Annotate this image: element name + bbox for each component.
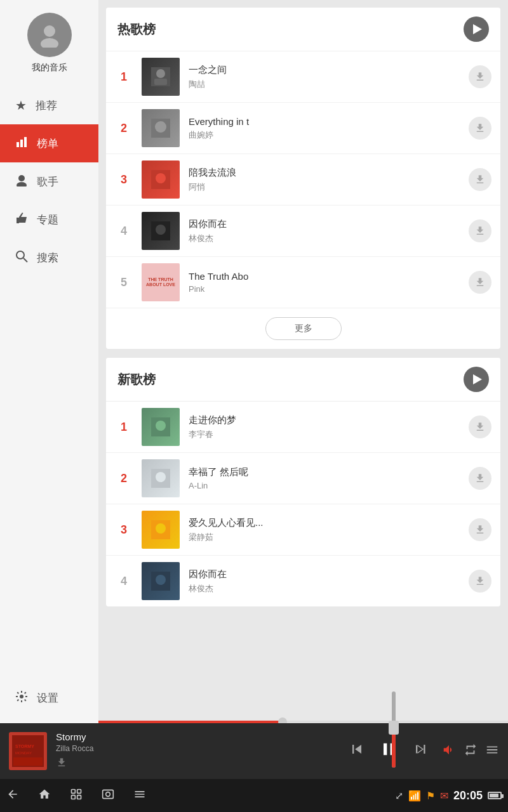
table-row[interactable]: 5 THE TRUTH ABOUT LOVE The Truth Abo Pin… <box>106 257 500 308</box>
song-info: 因你而在 林俊杰 <box>189 568 469 594</box>
song-rank: 4 <box>115 225 133 238</box>
album-art <box>142 562 180 600</box>
album-art <box>142 408 180 446</box>
player-title: Stormy <box>56 731 326 742</box>
song-artist: 梁静茹 <box>189 532 469 543</box>
svg-point-1 <box>41 38 58 48</box>
mail-icon: ✉ <box>440 790 448 802</box>
song-info: The Truth Abo Pink <box>189 271 469 294</box>
song-title: 因你而在 <box>189 218 469 230</box>
sidebar-item-specials[interactable]: 专题 <box>0 200 98 239</box>
svg-point-36 <box>106 792 110 796</box>
table-row[interactable]: 3 陪我去流浪 阿悄 <box>106 154 500 206</box>
volume-slider[interactable] <box>387 691 400 768</box>
album-art <box>142 160 180 199</box>
svg-point-18 <box>156 225 166 235</box>
player-download-icon[interactable] <box>56 757 67 768</box>
svg-rect-2 <box>17 142 19 147</box>
status-right: ⤢ 📶 ⚑ ✉ 20:05 <box>395 789 502 802</box>
svg-line-8 <box>23 258 27 262</box>
player-artist: Zilla Rocca <box>56 744 326 753</box>
song-rank: 2 <box>115 472 133 485</box>
table-row[interactable]: 4 因你而在 林俊杰 <box>106 206 500 257</box>
download-button[interactable] <box>469 467 491 490</box>
screenshot-button[interactable] <box>102 788 114 804</box>
table-row[interactable]: 4 因你而在 林俊杰 <box>106 556 500 606</box>
next-button[interactable] <box>411 740 429 762</box>
svg-rect-33 <box>72 795 76 799</box>
svg-point-22 <box>156 472 166 482</box>
hot-chart-play-button[interactable] <box>464 16 489 42</box>
menu-icon[interactable] <box>485 743 499 760</box>
download-button[interactable] <box>469 416 491 438</box>
song-title: Everything in t <box>189 116 469 127</box>
svg-point-6 <box>17 182 27 187</box>
svg-point-11 <box>156 69 165 78</box>
sidebar-item-artists[interactable]: 歌手 <box>0 162 98 200</box>
sidebar-item-settings[interactable]: 设置 <box>0 679 98 717</box>
android-menu-button[interactable] <box>133 788 146 804</box>
svg-rect-3 <box>20 140 23 147</box>
sidebar-item-label-artists: 歌手 <box>37 174 58 189</box>
person-icon <box>15 174 28 190</box>
song-rank: 1 <box>115 70 133 84</box>
svg-rect-4 <box>24 137 27 147</box>
song-info: 幸福了 然后呢 A-Lin <box>189 466 469 490</box>
svg-rect-34 <box>77 795 81 799</box>
volume-icon[interactable] <box>442 743 456 760</box>
gear-icon <box>15 690 28 706</box>
download-button[interactable] <box>469 219 491 242</box>
recent-apps-button[interactable] <box>70 788 83 804</box>
table-row[interactable]: 1 一念之间 陶喆 <box>106 51 500 103</box>
svg-point-26 <box>156 575 166 585</box>
download-button[interactable] <box>469 271 491 294</box>
song-title: 幸福了 然后呢 <box>189 466 469 478</box>
notification-icon: ⚑ <box>426 790 435 802</box>
new-chart-title: 新歌榜 <box>117 371 156 388</box>
download-button[interactable] <box>469 518 491 541</box>
download-button[interactable] <box>469 65 491 88</box>
sidebar-item-label-search: 搜索 <box>37 251 58 265</box>
song-artist: 曲婉婷 <box>189 129 469 141</box>
nav-buttons <box>6 788 146 804</box>
song-info: 陪我去流浪 阿悄 <box>189 167 469 193</box>
sidebar-item-charts[interactable]: 榜单 <box>0 124 98 162</box>
player-right-controls <box>442 743 499 760</box>
sidebar-item-search[interactable]: 搜索 <box>0 239 98 277</box>
back-button[interactable] <box>6 788 19 804</box>
svg-point-5 <box>18 175 25 181</box>
song-info: Everything in t 曲婉婷 <box>189 116 469 141</box>
song-artist: 林俊杰 <box>189 233 469 244</box>
volume-fill <box>392 730 396 768</box>
song-rank: 3 <box>115 523 133 537</box>
repeat-icon[interactable] <box>464 743 478 760</box>
sidebar-item-label-recommend: 推荐 <box>36 98 57 113</box>
home-button[interactable] <box>38 788 51 804</box>
sidebar-item-recommend[interactable]: ★ 推荐 <box>0 86 98 124</box>
svg-point-0 <box>44 25 55 37</box>
new-chart-play-button[interactable] <box>464 367 489 392</box>
svg-text:STORMY: STORMY <box>15 744 34 749</box>
search-icon-sidebar <box>15 250 28 266</box>
svg-point-24 <box>156 523 166 534</box>
song-rank: 1 <box>115 421 133 434</box>
volume-thumb[interactable] <box>389 721 399 735</box>
svg-rect-32 <box>77 789 81 793</box>
table-row[interactable]: 2 Everything in t 曲婉婷 <box>106 103 500 154</box>
more-button[interactable]: 更多 <box>265 317 342 340</box>
svg-rect-30 <box>13 757 43 766</box>
star-icon: ★ <box>15 98 27 113</box>
svg-text:MONDAY: MONDAY <box>15 751 32 755</box>
svg-point-16 <box>156 173 166 183</box>
download-button[interactable] <box>469 117 491 140</box>
song-info: 一念之间 陶喆 <box>189 64 469 90</box>
table-row[interactable]: 2 幸福了 然后呢 A-Lin <box>106 453 500 504</box>
download-button[interactable] <box>469 570 491 593</box>
table-row[interactable]: 3 爱久见人心看见... 梁静茹 <box>106 504 500 556</box>
download-button[interactable] <box>469 168 491 191</box>
svg-point-7 <box>17 251 24 259</box>
table-row[interactable]: 1 走进你的梦 李宇春 <box>106 402 500 453</box>
sidebar: 我的音乐 ★ 推荐 榜单 歌手 专题 <box>0 0 98 723</box>
song-info: 走进你的梦 李宇春 <box>189 414 469 440</box>
prev-button[interactable] <box>348 740 366 762</box>
